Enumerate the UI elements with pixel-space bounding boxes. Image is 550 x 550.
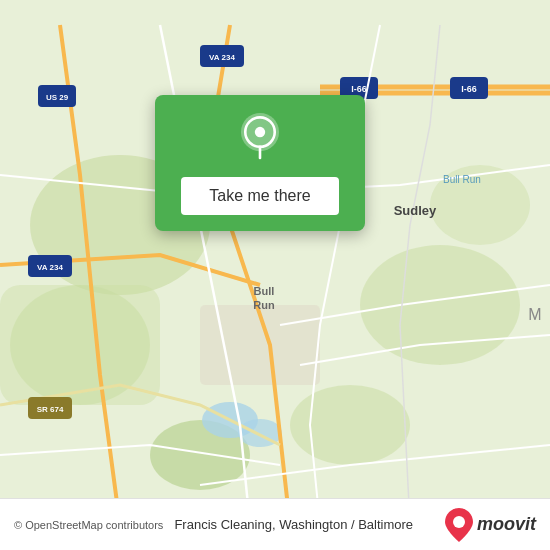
moovit-pin-icon <box>445 508 473 542</box>
copyright-text: © OpenStreetMap contributors <box>14 519 163 531</box>
map-container: I-66 I-66 VA 234 US 29 VA 234 SR 674 Bul… <box>0 0 550 550</box>
take-me-there-button[interactable]: Take me there <box>181 177 338 215</box>
svg-text:VA 234: VA 234 <box>37 263 63 272</box>
place-name: Francis Cleaning, Washington / Baltimore <box>174 517 413 532</box>
moovit-logo: moovit <box>445 508 536 542</box>
svg-text:Sudley: Sudley <box>394 203 437 218</box>
svg-point-4 <box>360 245 520 365</box>
bottom-info: © OpenStreetMap contributors Francis Cle… <box>14 517 413 532</box>
svg-text:Run: Run <box>253 299 275 311</box>
bottom-bar: © OpenStreetMap contributors Francis Cle… <box>0 498 550 550</box>
location-card: Take me there <box>155 95 365 231</box>
separator <box>167 519 170 531</box>
svg-rect-3 <box>0 285 160 405</box>
svg-point-6 <box>290 385 410 465</box>
svg-text:SR 674: SR 674 <box>37 405 64 414</box>
svg-text:Bull: Bull <box>254 285 275 297</box>
svg-point-31 <box>453 516 465 528</box>
location-pin-icon <box>234 113 286 165</box>
map-svg: I-66 I-66 VA 234 US 29 VA 234 SR 674 Bul… <box>0 0 550 550</box>
svg-point-30 <box>255 127 265 137</box>
moovit-text: moovit <box>477 514 536 535</box>
svg-text:M: M <box>528 306 541 323</box>
svg-text:US 29: US 29 <box>46 93 69 102</box>
svg-text:Bull Run: Bull Run <box>443 174 481 185</box>
svg-text:I-66: I-66 <box>351 84 367 94</box>
svg-text:I-66: I-66 <box>461 84 477 94</box>
svg-text:VA 234: VA 234 <box>209 53 235 62</box>
